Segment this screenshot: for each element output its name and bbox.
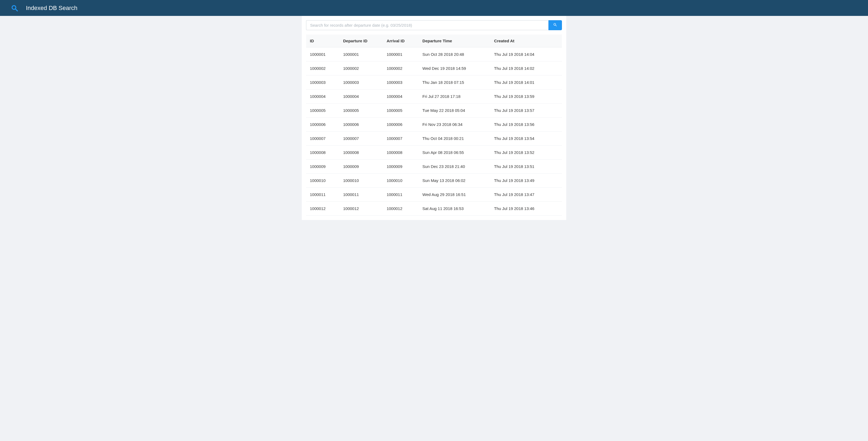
svg-line-1: [16, 9, 18, 11]
cell-departure-id: 1000004: [339, 90, 383, 103]
cell-departure-id: 1000005: [339, 103, 383, 117]
cell-id: 1000012: [306, 202, 339, 216]
cell-departure-id: 1000009: [339, 160, 383, 174]
header-departure-time: Departure Time: [418, 34, 490, 47]
cell-arrival-id: 1000012: [383, 202, 418, 216]
table-row: 100000110000011000001Sun Oct 28 2018 20:…: [306, 47, 562, 62]
table-row: 100001110000111000011Wed Aug 29 2018 16:…: [306, 188, 562, 202]
cell-created-at: Thu Jul 19 2018 14:04: [490, 47, 562, 62]
cell-arrival-id: 1000004: [383, 90, 418, 103]
cell-id: 1000001: [306, 47, 339, 62]
cell-departure-time: Thu Oct 04 2018 00:21: [418, 132, 490, 145]
table-row: 100001210000121000012Sat Aug 11 2018 16:…: [306, 202, 562, 216]
header-departure-id: Departure ID: [339, 34, 383, 47]
cell-arrival-id: 1000006: [383, 117, 418, 132]
table-row: 100001010000101000010Sun May 13 2018 06:…: [306, 174, 562, 188]
cell-id: 1000006: [306, 117, 339, 132]
header-arrival-id: Arrival ID: [383, 34, 418, 47]
main-container: ID Departure ID Arrival ID Departure Tim…: [302, 16, 566, 220]
table-row: 100000310000031000003Thu Jan 18 2018 07:…: [306, 75, 562, 90]
cell-id: 1000005: [306, 103, 339, 117]
cell-arrival-id: 1000008: [383, 145, 418, 160]
search-icon: [553, 23, 557, 28]
cell-arrival-id: 1000007: [383, 132, 418, 145]
header-id: ID: [306, 34, 339, 47]
cell-created-at: Thu Jul 19 2018 14:02: [490, 62, 562, 75]
cell-created-at: Thu Jul 19 2018 13:51: [490, 160, 562, 174]
table-row: 100000910000091000009Sun Dec 23 2018 21:…: [306, 160, 562, 174]
cell-arrival-id: 1000009: [383, 160, 418, 174]
cell-arrival-id: 1000010: [383, 174, 418, 188]
cell-arrival-id: 1000002: [383, 62, 418, 75]
cell-id: 1000010: [306, 174, 339, 188]
table-row: 100000710000071000007Thu Oct 04 2018 00:…: [306, 132, 562, 145]
cell-departure-time: Thu Jan 18 2018 07:15: [418, 75, 490, 90]
table-row: 100000510000051000005Tue May 22 2018 05:…: [306, 103, 562, 117]
cell-created-at: Thu Jul 19 2018 13:46: [490, 202, 562, 216]
cell-id: 1000011: [306, 188, 339, 202]
cell-departure-time: Sun Oct 28 2018 20:48: [418, 47, 490, 62]
cell-departure-time: Wed Aug 29 2018 16:51: [418, 188, 490, 202]
cell-created-at: Thu Jul 19 2018 13:47: [490, 188, 562, 202]
cell-id: 1000007: [306, 132, 339, 145]
cell-departure-time: Tue May 22 2018 05:04: [418, 103, 490, 117]
cell-arrival-id: 1000005: [383, 103, 418, 117]
cell-arrival-id: 1000003: [383, 75, 418, 90]
cell-id: 1000003: [306, 75, 339, 90]
table-row: 100000610000061000006Fri Nov 23 2018 06:…: [306, 117, 562, 132]
cell-departure-id: 1000006: [339, 117, 383, 132]
cell-departure-id: 1000011: [339, 188, 383, 202]
cell-departure-id: 1000012: [339, 202, 383, 216]
search-row: [306, 20, 562, 30]
cell-id: 1000004: [306, 90, 339, 103]
cell-departure-id: 1000001: [339, 47, 383, 62]
app-title: Indexed DB Search: [26, 5, 78, 11]
cell-departure-time: Sun May 13 2018 06:02: [418, 174, 490, 188]
cell-arrival-id: 1000011: [383, 188, 418, 202]
cell-created-at: Thu Jul 19 2018 13:57: [490, 103, 562, 117]
cell-created-at: Thu Jul 19 2018 14:01: [490, 75, 562, 90]
cell-id: 1000009: [306, 160, 339, 174]
results-table: ID Departure ID Arrival ID Departure Tim…: [306, 34, 562, 216]
cell-departure-time: Sun Dec 23 2018 21:40: [418, 160, 490, 174]
cell-departure-id: 1000002: [339, 62, 383, 75]
cell-created-at: Thu Jul 19 2018 13:54: [490, 132, 562, 145]
table-row: 100000410000041000004Fri Jul 27 2018 17:…: [306, 90, 562, 103]
cell-created-at: Thu Jul 19 2018 13:49: [490, 174, 562, 188]
cell-departure-time: Wed Dec 19 2018 14:59: [418, 62, 490, 75]
cell-created-at: Thu Jul 19 2018 13:59: [490, 90, 562, 103]
cell-created-at: Thu Jul 19 2018 13:52: [490, 145, 562, 160]
cell-departure-id: 1000008: [339, 145, 383, 160]
cell-departure-time: Fri Jul 27 2018 17:18: [418, 90, 490, 103]
cell-departure-id: 1000010: [339, 174, 383, 188]
cell-departure-id: 1000003: [339, 75, 383, 90]
search-button[interactable]: [549, 20, 562, 30]
cell-departure-id: 1000007: [339, 132, 383, 145]
cell-departure-time: Sun Apr 08 2018 06:55: [418, 145, 490, 160]
search-input[interactable]: [306, 20, 549, 30]
header-created-at: Created At: [490, 34, 562, 47]
app-search-icon: [11, 4, 18, 12]
cell-id: 1000002: [306, 62, 339, 75]
cell-departure-time: Sat Aug 11 2018 16:53: [418, 202, 490, 216]
cell-id: 1000008: [306, 145, 339, 160]
table-row: 100000210000021000002Wed Dec 19 2018 14:…: [306, 62, 562, 75]
table-row: 100000810000081000008Sun Apr 08 2018 06:…: [306, 145, 562, 160]
cell-created-at: Thu Jul 19 2018 13:56: [490, 117, 562, 132]
cell-arrival-id: 1000001: [383, 47, 418, 62]
cell-departure-time: Fri Nov 23 2018 06:34: [418, 117, 490, 132]
navbar: Indexed DB Search: [0, 0, 868, 16]
table-header-row: ID Departure ID Arrival ID Departure Tim…: [306, 34, 562, 47]
